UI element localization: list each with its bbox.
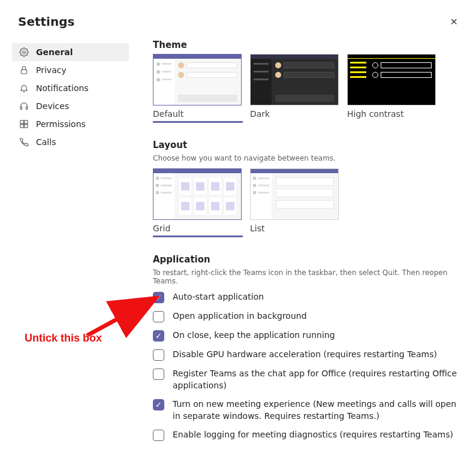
check-label: Open application in background — [173, 310, 307, 322]
theme-label: Dark — [250, 109, 340, 119]
sidebar-item-notifications[interactable]: Notifications — [12, 79, 129, 97]
check-label: Enable logging for meeting diagnostics (… — [173, 429, 453, 441]
checkbox-register-chat[interactable] — [153, 369, 164, 380]
checkbox-new-meeting[interactable]: ✓ — [153, 399, 164, 410]
check-row-new-meeting: ✓ Turn on new meeting experience (New me… — [153, 398, 464, 422]
checkbox-on-close[interactable]: ✓ — [153, 330, 164, 342]
svg-point-0 — [23, 51, 25, 53]
svg-rect-1 — [21, 70, 26, 74]
layout-section: Layout Choose how you want to navigate b… — [153, 140, 464, 237]
check-icon: ✓ — [155, 294, 162, 301]
annotation-text: Untick this box — [25, 332, 102, 345]
sidebar-item-calls[interactable]: Calls — [12, 133, 129, 151]
layout-thumbnail-grid — [153, 168, 242, 220]
gear-icon — [19, 47, 29, 57]
check-icon: ✓ — [155, 401, 162, 409]
check-row-disable-gpu: Disable GPU hardware acceleration (requi… — [153, 349, 464, 361]
check-label: On close, keep the application running — [173, 330, 335, 342]
sidebar-item-label: Calls — [36, 137, 56, 147]
sidebar-item-label: Devices — [36, 101, 69, 111]
sidebar-item-general[interactable]: General — [12, 43, 129, 61]
phone-icon — [19, 137, 29, 147]
sidebar-item-permissions[interactable]: Permissions — [12, 115, 129, 133]
checkbox-disable-gpu[interactable] — [153, 349, 164, 361]
checkbox-enable-logging[interactable] — [153, 430, 164, 441]
theme-label: Default — [153, 109, 243, 119]
close-icon[interactable]: ✕ — [450, 16, 458, 28]
page-title: Settings — [18, 14, 74, 29]
sidebar-item-label: General — [36, 47, 73, 57]
sidebar-item-label: Notifications — [36, 83, 89, 93]
check-row-open-background: Open application in background — [153, 310, 464, 322]
check-row-auto-start: ✓ Auto-start application — [153, 291, 464, 303]
sidebar: General Privacy Notifications Devices Pe — [12, 37, 129, 458]
theme-thumbnail-default — [153, 54, 242, 105]
theme-thumbnail-high-contrast — [347, 54, 436, 105]
theme-heading: Theme — [153, 40, 464, 50]
check-label: Disable GPU hardware acceleration (requi… — [173, 349, 437, 361]
checkbox-auto-start[interactable]: ✓ — [153, 292, 164, 303]
theme-option-dark[interactable]: Dark — [250, 54, 340, 123]
svg-rect-7 — [25, 125, 28, 128]
check-icon: ✓ — [155, 332, 162, 340]
sidebar-item-label: Permissions — [36, 119, 86, 129]
layout-label: Grid — [153, 224, 243, 233]
svg-rect-3 — [26, 107, 28, 109]
svg-rect-6 — [20, 125, 23, 128]
checkbox-open-background[interactable] — [153, 311, 164, 322]
headset-icon — [19, 101, 29, 111]
sidebar-item-devices[interactable]: Devices — [12, 97, 129, 115]
layout-option-grid[interactable]: Grid — [153, 168, 243, 237]
theme-option-default[interactable]: Default — [153, 54, 243, 123]
sidebar-item-label: Privacy — [36, 65, 67, 75]
layout-heading: Layout — [153, 140, 464, 150]
bell-icon — [19, 83, 29, 93]
layout-label: List — [250, 224, 340, 233]
svg-rect-5 — [25, 120, 28, 123]
lock-icon — [19, 65, 29, 75]
theme-option-high-contrast[interactable]: High contrast — [347, 54, 437, 123]
header: Settings ✕ — [0, 0, 476, 32]
svg-rect-2 — [20, 107, 22, 109]
check-label: Register Teams as the chat app for Offic… — [173, 368, 464, 391]
theme-section: Theme Default Dark — [153, 40, 464, 123]
theme-label: High contrast — [347, 109, 437, 119]
check-label: Auto-start application — [173, 291, 264, 303]
apps-icon — [19, 119, 29, 129]
application-heading: Application — [153, 254, 464, 265]
sidebar-item-privacy[interactable]: Privacy — [12, 61, 129, 79]
layout-option-list[interactable]: List — [250, 168, 340, 237]
layout-thumbnail-list — [250, 168, 339, 220]
layout-desc: Choose how you want to navigate between … — [153, 154, 464, 162]
check-row-enable-logging: Enable logging for meeting diagnostics (… — [153, 429, 464, 441]
svg-rect-4 — [20, 120, 23, 123]
check-row-on-close: ✓ On close, keep the application running — [153, 330, 464, 342]
application-section: Application To restart, right-click the … — [153, 254, 464, 441]
theme-thumbnail-dark — [250, 54, 339, 105]
check-label: Turn on new meeting experience (New meet… — [173, 398, 464, 422]
content: Theme Default Dark — [153, 37, 464, 458]
application-desc: To restart, right-click the Teams icon i… — [153, 268, 464, 285]
check-row-register-chat: Register Teams as the chat app for Offic… — [153, 368, 464, 391]
